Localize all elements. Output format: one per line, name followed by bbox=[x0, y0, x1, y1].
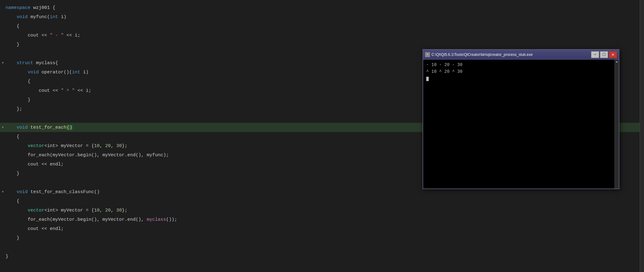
code-text: cout << " ^ " << i; bbox=[6, 88, 91, 93]
code-text: } bbox=[6, 97, 30, 103]
code-editor: namespace wzj001 { void myfunc(int i) { … bbox=[0, 0, 644, 272]
collapse-arrow[interactable]: ▼ bbox=[0, 61, 6, 65]
code-line: { bbox=[0, 21, 644, 31]
terminal-line-2: ^ 10 ^ 20 ^ 30 bbox=[426, 68, 616, 75]
code-text: { bbox=[6, 24, 19, 29]
terminal-cursor-line bbox=[426, 75, 616, 82]
scroll-up-arrow[interactable]: ▲ bbox=[616, 60, 618, 64]
code-text: void myfunc(int i) bbox=[6, 14, 66, 20]
code-line: void myfunc(int i) bbox=[0, 12, 644, 21]
code-line: } bbox=[0, 252, 644, 261]
terminal-icon: ▪ bbox=[425, 52, 430, 57]
editor-scrollbar[interactable] bbox=[640, 0, 644, 272]
code-text: for_each(myVector.begin(), myVector.end(… bbox=[6, 153, 169, 158]
code-text: void operator()(int i) bbox=[6, 70, 89, 75]
code-line: namespace wzj001 { bbox=[0, 3, 644, 12]
code-line bbox=[0, 243, 644, 252]
collapse-arrow[interactable]: ▼ bbox=[0, 126, 6, 129]
code-text: { bbox=[6, 79, 30, 84]
code-line: cout << endl; bbox=[0, 224, 644, 233]
code-text: cout << endl; bbox=[6, 226, 64, 231]
code-text: } bbox=[6, 42, 19, 47]
terminal-title: C:\Qt\Qt5.6.1\Tools\QtCreator\bin\qtcrea… bbox=[431, 52, 591, 57]
code-text: vector<int> myVector = {10, 20, 30}; bbox=[6, 208, 127, 213]
terminal-close-button[interactable]: ✕ bbox=[609, 51, 617, 58]
code-line: } bbox=[0, 40, 644, 49]
code-text: for_each(myVector.begin(), myVector.end(… bbox=[6, 217, 177, 222]
code-text: cout << endl; bbox=[6, 162, 64, 167]
code-line: vector<int> myVector = {10, 20, 30}; bbox=[0, 206, 644, 215]
collapse-arrow[interactable]: ▼ bbox=[0, 190, 6, 194]
code-text: void test_for_each() bbox=[6, 125, 73, 130]
code-text: vector<int> myVector = {10, 20, 30}; bbox=[6, 143, 127, 149]
code-line: for_each(myVector.begin(), myVector.end(… bbox=[0, 215, 644, 224]
code-text: struct myclass{ bbox=[6, 60, 58, 66]
terminal-minimize-button[interactable]: − bbox=[591, 51, 599, 58]
terminal-scrollbar[interactable]: ▲ bbox=[614, 60, 619, 188]
code-text: }; bbox=[6, 107, 22, 112]
terminal-body: - 10 - 20 - 30 ^ 10 ^ 20 ^ 30 ▲ bbox=[423, 60, 619, 188]
code-line: cout << " - " << i; bbox=[0, 31, 644, 40]
code-text bbox=[6, 51, 8, 56]
terminal-titlebar: ▪ C:\Qt\Qt5.6.1\Tools\QtCreator\bin\qtcr… bbox=[423, 50, 619, 60]
terminal-line-1: - 10 - 20 - 30 bbox=[426, 61, 616, 68]
code-text bbox=[6, 180, 8, 185]
code-text: namespace wzj001 { bbox=[6, 5, 55, 10]
code-text: } bbox=[6, 171, 19, 176]
terminal-controls: − □ ✕ bbox=[591, 51, 617, 58]
terminal-window: ▪ C:\Qt\Qt5.6.1\Tools\QtCreator\bin\qtcr… bbox=[423, 49, 619, 189]
code-text: } bbox=[6, 235, 19, 241]
code-line: { bbox=[0, 196, 644, 206]
terminal-restore-button[interactable]: □ bbox=[600, 51, 608, 58]
code-text: } bbox=[6, 254, 8, 259]
code-line: } bbox=[0, 233, 644, 243]
code-text bbox=[6, 116, 8, 121]
code-text: { bbox=[6, 134, 19, 139]
terminal-cursor bbox=[426, 77, 429, 81]
code-text: cout << " - " << i; bbox=[6, 33, 80, 38]
terminal-output: - 10 - 20 - 30 ^ 10 ^ 20 ^ 30 bbox=[426, 61, 616, 82]
code-text bbox=[6, 245, 8, 250]
code-text: void test_for_each_classFunc() bbox=[6, 189, 100, 195]
code-text: { bbox=[6, 199, 19, 204]
